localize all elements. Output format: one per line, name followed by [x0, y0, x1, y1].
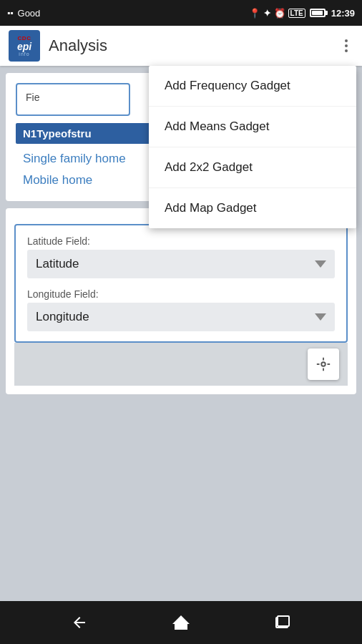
latitude-dropdown[interactable]: Latitude [27, 250, 335, 278]
longitude-dropdown-value: Longitude [36, 310, 89, 324]
svg-point-0 [321, 362, 326, 366]
back-button[interactable] [65, 608, 94, 637]
latitude-dropdown-value: Latitude [36, 257, 79, 271]
menu-item-add-map[interactable]: Add Map Gadget [149, 188, 356, 228]
menu-item-add-2x2[interactable]: Add 2x2 Gadget [149, 147, 356, 188]
latitude-dropdown-arrow [315, 260, 326, 268]
svg-marker-5 [172, 615, 190, 630]
longitude-dropdown-arrow [315, 313, 326, 321]
logo-epi-text: epi [17, 42, 31, 52]
row-label-single-family: Single family home [23, 152, 126, 166]
status-left: ▪▪ Good [7, 8, 40, 19]
longitude-dropdown[interactable]: Longitude [27, 303, 335, 331]
recent-apps-button[interactable] [268, 608, 297, 637]
locate-icon [315, 356, 331, 372]
dropdown-menu: Add Frequency Gadget Add Means Gadget Ad… [149, 66, 356, 228]
row-label-mobile-home: Mobile home [23, 173, 92, 187]
nav-bar [0, 601, 362, 644]
status-bar: ▪▪ Good 📍 ✦ ⏰ LTE 12:39 [0, 0, 362, 26]
menu-item-add-means[interactable]: Add Means Gadget [149, 107, 356, 147]
signal-label: Good [18, 8, 41, 19]
overflow-menu-button[interactable] [339, 34, 353, 58]
overflow-dot-1 [345, 39, 348, 42]
map-area [14, 343, 348, 386]
svg-rect-7 [278, 616, 289, 626]
app-logo: CDC epi info [9, 30, 40, 62]
app-bar: CDC epi info Analysis [0, 26, 362, 66]
locate-button[interactable] [308, 348, 339, 380]
page-title: Analysis [49, 36, 331, 55]
bluetooth-icon: ✦ [263, 8, 271, 19]
overflow-dot-2 [345, 44, 348, 47]
time-display: 12:39 [331, 8, 355, 19]
home-button[interactable] [166, 608, 196, 637]
frequency-field-label: Fie [26, 92, 120, 103]
lte-icon: LTE [288, 9, 305, 18]
menu-item-add-frequency[interactable]: Add Frequency Gadget [149, 66, 356, 107]
frequency-config-box: Fie [16, 83, 130, 116]
map-config-box: Latitude Field: Latitude Longitude Field… [14, 224, 348, 343]
alarm-icon: ⏰ [274, 8, 285, 19]
battery-icon [310, 9, 326, 17]
overflow-dot-3 [345, 49, 348, 52]
logo-info-text: info [19, 52, 29, 57]
map-gadget-card: × Latitude Field: Latitude Longitude Fie… [6, 208, 356, 394]
status-right: 📍 ✦ ⏰ LTE 12:39 [249, 8, 355, 19]
wifi-icon: ▪▪ [7, 8, 14, 18]
longitude-field-label: Longitude Field: [27, 288, 335, 300]
location-icon: 📍 [249, 8, 260, 19]
latitude-field-label: Latitude Field: [27, 235, 335, 247]
